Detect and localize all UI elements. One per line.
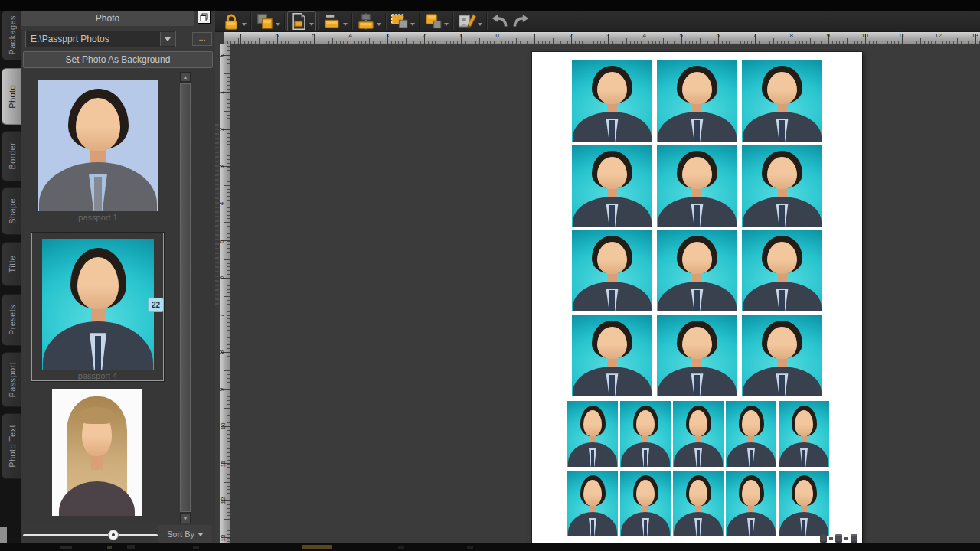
person-portrait <box>620 471 671 536</box>
ruler-tick-label: 4 <box>643 32 646 39</box>
sheet-photo-small[interactable] <box>726 401 776 467</box>
browse-folder-button[interactable]: ... <box>192 32 212 46</box>
align-top-icon <box>322 12 343 31</box>
lock-button[interactable] <box>220 11 249 31</box>
ruler-tick-label: 0 <box>218 54 225 57</box>
align-center-button[interactable] <box>354 11 384 31</box>
sheet-photo-small[interactable] <box>620 471 671 536</box>
toolbar-separator <box>452 13 454 30</box>
toolbar-separator <box>250 13 252 30</box>
tab-border[interactable]: Border <box>2 131 21 181</box>
thumbnail-passport-4-photo[interactable] <box>42 239 154 370</box>
ruler-tick-label: 10 <box>220 423 227 430</box>
sheet-watermark <box>820 534 858 543</box>
thumbnail-scrollbar-thumb[interactable] <box>180 83 191 512</box>
thumbnail-woman[interactable] <box>52 389 142 516</box>
align-top-button[interactable] <box>321 11 350 31</box>
tab-photo[interactable]: Photo <box>2 68 21 125</box>
tab-title[interactable]: Title <box>2 242 21 286</box>
ruler-tick-label: 11 <box>220 460 227 466</box>
arrange-order-button[interactable] <box>253 11 283 31</box>
ruler-tick-label: 12 <box>220 497 227 504</box>
scroll-up-button[interactable]: ▲ <box>180 72 191 82</box>
sheet-photo-large[interactable] <box>657 145 737 227</box>
tab-photo-text[interactable]: Photo Text <box>2 413 21 479</box>
sheet-photo-large[interactable] <box>572 315 652 396</box>
scroll-down-button[interactable]: ▼ <box>180 514 191 523</box>
person-portrait <box>657 230 737 311</box>
ruler-tick-label: 11 <box>898 32 904 39</box>
sheet-photo-large[interactable] <box>742 60 822 142</box>
canvas-area[interactable]: 7654321012345678910111213 01234567891011… <box>215 32 980 543</box>
sheet-photo-large[interactable] <box>742 315 822 396</box>
person-portrait <box>38 80 158 211</box>
thumbnail-passport-1[interactable] <box>38 80 158 211</box>
tab-presets[interactable]: Presets <box>2 294 21 346</box>
thumbnail-passport-4-selected[interactable]: passport 4 22 <box>31 233 164 381</box>
ruler-tick-label: 0 <box>496 32 499 39</box>
photo-edit-button[interactable] <box>456 11 485 31</box>
thumbnail-label: passport 1 <box>21 213 175 222</box>
group-button[interactable] <box>422 11 451 31</box>
sheet-photo-large[interactable] <box>657 230 737 311</box>
tab-packages[interactable]: Packages <box>2 10 21 60</box>
sort-by-button[interactable]: Sort By <box>158 525 212 543</box>
panel-corner-chip <box>0 527 7 543</box>
taskbar-sliver <box>0 543 980 551</box>
sheet-photo-large[interactable] <box>742 145 822 227</box>
ruler-tick-label: 1 <box>459 32 462 39</box>
sheet-photo-large[interactable] <box>572 230 652 311</box>
ruler-tick-label: 9 <box>827 32 830 39</box>
sheet-photo-small[interactable] <box>567 401 618 467</box>
ruler-tick-label: 1 <box>533 32 536 39</box>
print-sheet[interactable] <box>532 52 862 543</box>
ruler-tick-label: 5 <box>312 32 315 39</box>
sheet-photo-large[interactable] <box>742 230 822 311</box>
person-portrait <box>657 145 737 227</box>
ruler-vertical: 012345678910111213 <box>220 44 230 543</box>
tab-passport[interactable]: Passport <box>2 352 21 407</box>
thumbnail-size-slider-handle[interactable] <box>108 530 119 540</box>
person-portrait <box>742 145 822 227</box>
person-portrait <box>572 60 652 142</box>
ruler-tick-label: 8 <box>218 350 225 354</box>
sheet-photo-small[interactable] <box>779 471 829 536</box>
duplicate-to-page-button[interactable] <box>287 11 316 31</box>
sheet-photo-large[interactable] <box>572 60 652 142</box>
sheet-photo-large[interactable] <box>657 60 737 142</box>
sheet-photo-small[interactable] <box>673 471 724 536</box>
photo-folder-path: E:\Passpprt Photos <box>31 34 109 44</box>
sheet-photo-large[interactable] <box>657 315 737 396</box>
panel-title: Photo <box>21 11 194 26</box>
sheet-photo-small[interactable] <box>620 401 671 467</box>
person-portrait <box>620 401 671 467</box>
ruler-horizontal: 7654321012345678910111213 <box>224 32 980 44</box>
panel-restore-button[interactable] <box>198 11 211 24</box>
selection-button[interactable] <box>388 11 417 31</box>
sheet-photo-small[interactable] <box>567 471 618 536</box>
thumbnail-size-slider-track[interactable] <box>23 534 158 536</box>
arrange-order-icon <box>254 12 276 31</box>
ruler-tick-label: 2 <box>570 32 573 39</box>
chevron-down-icon <box>165 37 171 41</box>
redo-button[interactable] <box>510 11 531 31</box>
toolbar <box>215 11 980 32</box>
restore-window-icon <box>199 12 209 22</box>
ruler-tick-label: 6 <box>218 276 225 279</box>
undo-button[interactable] <box>489 11 510 31</box>
tab-shape[interactable]: Shape <box>2 187 21 235</box>
panel-splitter-grip[interactable] <box>215 124 219 308</box>
set-photo-as-background-button[interactable]: Set Photo As Background <box>23 51 213 68</box>
ruler-tick-label: 3 <box>218 165 225 168</box>
combobox-dropdown-arrow[interactable] <box>160 32 175 46</box>
selection-icon <box>389 12 410 31</box>
sheet-photo-small[interactable] <box>779 401 829 467</box>
photo-folder-combobox[interactable]: E:\Passpprt Photos <box>25 31 176 47</box>
person-portrait <box>657 60 737 142</box>
person-portrait <box>572 145 652 227</box>
sheet-photo-small[interactable] <box>673 401 724 467</box>
toolbar-separator <box>385 13 387 30</box>
sheet-photo-small[interactable] <box>726 471 776 536</box>
sheet-photo-large[interactable] <box>572 145 652 227</box>
person-portrait <box>567 471 618 536</box>
